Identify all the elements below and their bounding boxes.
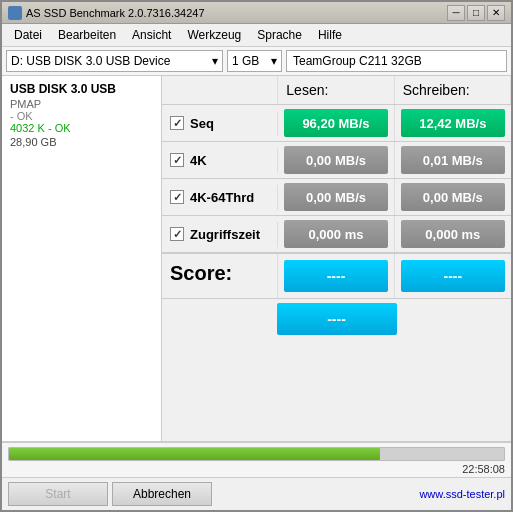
seq-text: Seq xyxy=(190,116,214,131)
zugriffszeit-text: Zugriffszeit xyxy=(190,227,260,242)
4k64thrd-text: 4K-64Thrd xyxy=(190,190,254,205)
drive-selector-text: D: USB DISK 3.0 USB Device xyxy=(11,54,170,68)
seq-write-value: 12,42 MB/s xyxy=(401,109,505,137)
4k64thrd-write-value: 0,00 MB/s xyxy=(401,183,505,211)
start-button[interactable]: Start xyxy=(8,482,108,506)
app-window: AS SSD Benchmark 2.0.7316.34247 ─ □ ✕ Da… xyxy=(0,0,513,512)
4k-read-value: 0,00 MB/s xyxy=(284,146,387,174)
seq-read-value: 96,20 MB/s xyxy=(284,109,387,137)
progress-area: 22:58:08 xyxy=(2,441,511,477)
website-link[interactable]: www.ssd-tester.pl xyxy=(419,488,505,500)
results-header: Lesen: Schreiben: xyxy=(162,76,511,105)
toolbar: D: USB DISK 3.0 USB Device ▾ 1 GB ▾ Team… xyxy=(2,47,511,76)
close-button[interactable]: ✕ xyxy=(487,5,505,21)
bottom-bar: Start Abbrechen www.ssd-tester.pl xyxy=(2,477,511,510)
score-read-value: ---- xyxy=(284,260,387,292)
4k64thrd-read-value: 0,00 MB/s xyxy=(284,183,387,211)
row-4k: ✓ 4K 0,00 MB/s 0,01 MB/s xyxy=(162,142,511,179)
4k-label: ✓ 4K xyxy=(162,148,278,173)
score-section: Score: ---- ---- ---- xyxy=(162,253,511,343)
window-title: AS SSD Benchmark 2.0.7316.34247 xyxy=(26,7,205,19)
size-selector-text: 1 GB xyxy=(232,54,259,68)
4k64thrd-read-cell: 0,00 MB/s xyxy=(278,179,394,215)
progress-bar-inner xyxy=(9,448,380,460)
model-text: TeamGroup C211 32GB xyxy=(293,54,422,68)
title-bar-text: AS SSD Benchmark 2.0.7316.34247 xyxy=(8,6,205,20)
row-4k64thrd: ✓ 4K-64Thrd 0,00 MB/s 0,00 MB/s xyxy=(162,179,511,216)
4k-read-cell: 0,00 MB/s xyxy=(278,142,394,178)
menu-ansicht[interactable]: Ansicht xyxy=(124,26,179,44)
seq-label: ✓ Seq xyxy=(162,111,278,136)
score-total-value: ---- xyxy=(277,303,397,335)
score-write-value: ---- xyxy=(401,260,505,292)
maximize-button[interactable]: □ xyxy=(467,5,485,21)
4k64thrd-checkbox[interactable]: ✓ xyxy=(170,190,184,204)
drive-name: USB DISK 3.0 USB xyxy=(10,82,153,96)
4k64thrd-write-cell: 0,00 MB/s xyxy=(395,179,511,215)
seq-read-cell: 96,20 MB/s xyxy=(278,105,394,141)
bottom-buttons: Start Abbrechen xyxy=(8,482,212,506)
header-read: Lesen: xyxy=(278,76,394,104)
header-col0 xyxy=(162,76,278,104)
score-read-col: ---- xyxy=(278,254,394,298)
zugriffszeit-write-cell: 0,000 ms xyxy=(395,216,511,252)
drive-size: 28,90 GB xyxy=(10,136,153,148)
progress-time: 22:58:08 xyxy=(8,463,505,475)
zugriffszeit-read-cell: 0,000 ms xyxy=(278,216,394,252)
4k-write-value: 0,01 MB/s xyxy=(401,146,505,174)
drive-selector[interactable]: D: USB DISK 3.0 USB Device ▾ xyxy=(6,50,223,72)
menu-hilfe[interactable]: Hilfe xyxy=(310,26,350,44)
menu-sprache[interactable]: Sprache xyxy=(249,26,310,44)
4k-text: 4K xyxy=(190,153,207,168)
model-field: TeamGroup C211 32GB xyxy=(286,50,507,72)
row-seq: ✓ Seq 96,20 MB/s 12,42 MB/s xyxy=(162,105,511,142)
zugriffszeit-label: ✓ Zugriffszeit xyxy=(162,222,278,247)
zugriffszeit-read-value: 0,000 ms xyxy=(284,220,387,248)
content-area: USB DISK 3.0 USB PMAP - OK 4032 K - OK 2… xyxy=(2,76,511,441)
window-controls: ─ □ ✕ xyxy=(447,5,505,21)
seq-checkbox[interactable]: ✓ xyxy=(170,116,184,130)
menu-bearbeiten[interactable]: Bearbeiten xyxy=(50,26,124,44)
seq-write-cell: 12,42 MB/s xyxy=(395,105,511,141)
minimize-button[interactable]: ─ xyxy=(447,5,465,21)
row-zugriffszeit: ✓ Zugriffszeit 0,000 ms 0,000 ms xyxy=(162,216,511,253)
4k-write-cell: 0,01 MB/s xyxy=(395,142,511,178)
score-center-row: ---- xyxy=(162,299,511,343)
zugriffszeit-write-value: 0,000 ms xyxy=(401,220,505,248)
ok1-text: - OK xyxy=(10,110,153,122)
right-panel: Lesen: Schreiben: ✓ Seq 96,20 MB/s 12,42… xyxy=(162,76,511,441)
header-write: Schreiben: xyxy=(395,76,511,104)
left-panel: USB DISK 3.0 USB PMAP - OK 4032 K - OK 2… xyxy=(2,76,162,441)
score-label: Score: xyxy=(162,254,278,298)
drive-selector-arrow: ▾ xyxy=(212,54,218,68)
app-icon xyxy=(8,6,22,20)
score-write-col: ---- xyxy=(395,254,511,298)
title-bar: AS SSD Benchmark 2.0.7316.34247 ─ □ ✕ xyxy=(2,2,511,24)
zugriffszeit-checkbox[interactable]: ✓ xyxy=(170,227,184,241)
score-top-row: Score: ---- ---- xyxy=(162,254,511,299)
menu-datei[interactable]: Datei xyxy=(6,26,50,44)
4k64thrd-label: ✓ 4K-64Thrd xyxy=(162,185,278,210)
menu-werkzeug[interactable]: Werkzeug xyxy=(179,26,249,44)
menu-bar: Datei Bearbeiten Ansicht Werkzeug Sprach… xyxy=(2,24,511,47)
cancel-button[interactable]: Abbrechen xyxy=(112,482,212,506)
size-selector-arrow: ▾ xyxy=(271,54,277,68)
pmap-label: PMAP xyxy=(10,98,153,110)
ok2-text: 4032 K - OK xyxy=(10,122,153,134)
progress-bar-outer xyxy=(8,447,505,461)
size-selector[interactable]: 1 GB ▾ xyxy=(227,50,282,72)
4k-checkbox[interactable]: ✓ xyxy=(170,153,184,167)
